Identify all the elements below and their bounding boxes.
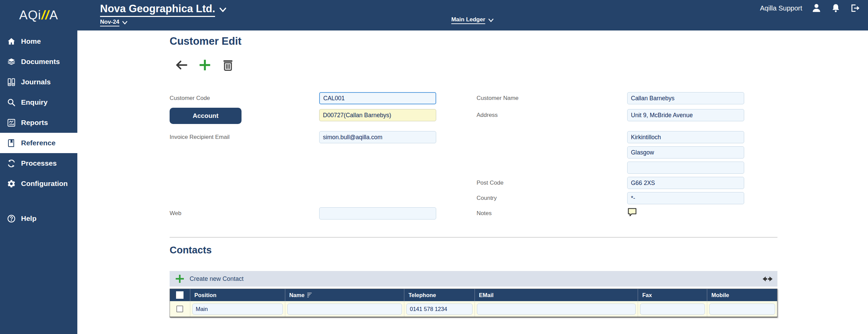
country-input[interactable] [627,192,744,204]
sidebar-item-help[interactable]: Help [0,208,77,229]
invoice-email-input[interactable] [319,131,436,143]
chevron-down-icon [488,18,494,22]
contact-email-input[interactable] [477,304,636,315]
sidebar-item-label: Processes [21,159,57,167]
address-label: Address [477,109,498,121]
header-cell-email[interactable]: EMail [475,289,638,301]
sidebar-item-enquiry[interactable]: Enquiry [0,92,77,112]
header-cell-position[interactable]: Position [190,289,285,301]
address-line4-input[interactable] [627,162,744,174]
company-selector[interactable]: Nova Geographica Ltd. [100,3,215,17]
post-code-input[interactable] [627,177,744,189]
logout-button[interactable] [850,3,861,13]
sidebar-item-label: Journals [21,78,51,86]
contacts-table-header: Position Name Telephone EMail [170,289,777,301]
row-cell-email [475,301,638,317]
contact-position-input[interactable] [192,304,283,315]
notifications-button[interactable] [831,3,841,14]
section-divider [170,237,777,237]
sidebar-item-documents[interactable]: Documents [0,51,77,72]
row-cell-name [285,301,405,317]
customer-code-input[interactable] [319,92,436,104]
contact-fax-input[interactable] [640,304,705,315]
chevron-down-icon[interactable] [122,21,128,25]
main-content: Customer Edit [77,30,868,334]
sidebar-item-reference[interactable]: Reference [0,133,77,153]
sidebar-item-journals[interactable]: Journals [0,72,77,92]
add-record-button[interactable] [197,58,212,72]
sidebar-item-label: Reference [21,139,56,147]
address-line1-input[interactable] [627,109,744,121]
web-label: Web [170,207,181,220]
trash-icon [221,58,235,72]
account-input[interactable] [319,109,436,121]
select-all-checkbox[interactable] [176,291,184,299]
plus-icon [197,58,212,72]
address-line3-input[interactable] [627,146,744,159]
logout-icon [850,3,861,13]
notes-label: Notes [477,207,491,220]
resize-horizontal-icon [763,276,773,282]
web-input[interactable] [319,207,436,220]
header-cell-fax[interactable]: Fax [638,289,707,301]
arrow-left-icon [174,58,189,72]
header-cell-telephone[interactable]: Telephone [404,289,475,301]
sidebar-item-label: Home [21,37,41,45]
contact-name-input[interactable] [287,304,402,315]
row-cell-position [190,301,285,317]
create-contact-button[interactable] [174,273,185,284]
app-header: AQi//A Nova Geographica Ltd. Nov-24 Main… [0,0,868,30]
row-cell-select [170,301,190,317]
row-checkbox[interactable] [176,306,183,312]
notes-button[interactable] [627,207,637,217]
contacts-action-bar: Create new Contact [170,271,777,287]
home-icon [7,37,16,46]
logo-slashes: // [41,8,49,22]
contact-mobile-input[interactable] [709,304,775,315]
contacts-title: Contacts [170,245,212,256]
user-block: Aqilla Support [760,0,861,16]
back-button[interactable] [174,58,189,72]
header-cell-mobile[interactable]: Mobile [707,289,777,301]
account-button[interactable]: Account [170,108,242,124]
sidebar-item-configuration[interactable]: Configuration [0,173,77,194]
customer-code-label: Customer Code [170,92,210,104]
brand-logo[interactable]: AQi//A [0,0,77,30]
help-icon [7,214,16,223]
reference-icon [7,139,16,148]
chevron-down-icon[interactable] [219,7,227,13]
sidebar-item-label: Configuration [21,180,68,188]
sidebar-item-processes[interactable]: Processes [0,153,77,173]
contact-telephone-input[interactable] [406,304,472,315]
sidebar-item-home[interactable]: Home [0,31,77,51]
row-cell-mobile [707,301,777,317]
customer-name-input[interactable] [627,92,744,104]
country-label: Country [477,192,497,204]
user-profile-button[interactable] [811,3,822,14]
plus-icon [174,273,185,284]
delete-record-button[interactable] [221,58,235,72]
post-code-label: Post Code [477,177,503,189]
header-cell-name[interactable]: Name [285,289,405,301]
documents-icon [7,57,16,66]
logo-text-end: A [50,8,58,22]
user-name: Aqilla Support [760,4,802,12]
app-root: AQi//A Nova Geographica Ltd. Nov-24 Main… [0,0,868,334]
ledger-selector[interactable]: Main Ledger [451,16,494,24]
address-line2-input[interactable] [627,131,744,143]
company-period-block: Nova Geographica Ltd. Nov-24 [100,3,227,26]
contact-row [170,301,777,317]
row-cell-telephone [404,301,475,317]
sidebar-item-label: Documents [21,58,60,66]
note-bubble-icon [627,207,637,217]
processes-icon [7,159,16,168]
bell-icon [831,3,841,14]
reports-icon [7,118,16,127]
expand-columns-button[interactable] [763,276,773,282]
person-icon [811,3,822,14]
sidebar-item-reports[interactable]: Reports [0,112,77,133]
invoice-email-label: Invoice Recipient Email [170,131,230,143]
gear-icon [7,179,16,188]
create-contact-label[interactable]: Create new Contact [190,275,244,283]
period-selector[interactable]: Nov-24 [100,19,119,26]
